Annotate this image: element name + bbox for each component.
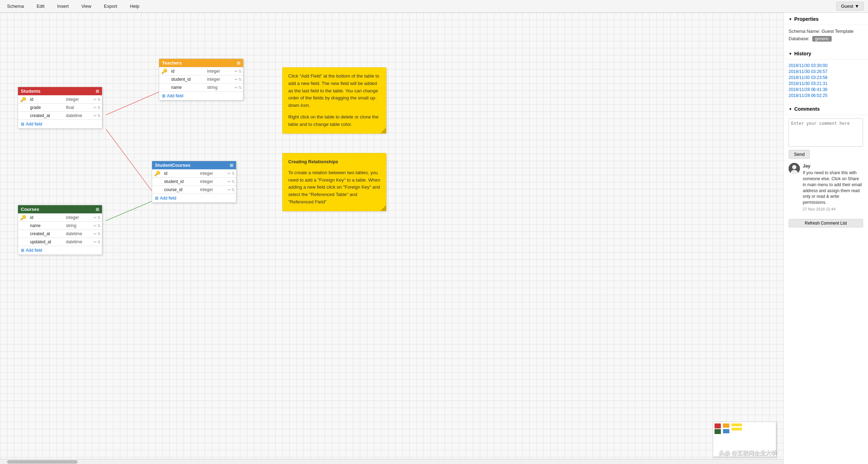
field-name: student_id	[162, 178, 198, 185]
schema-name-row: Schema Name: Guest Template	[789, 29, 863, 34]
history-link[interactable]: 2018/11/30 03:23:58	[789, 75, 863, 80]
field-type: integer	[64, 96, 92, 103]
studentcourses-header[interactable]: StudentCourses ⊞	[152, 161, 236, 169]
field-name: name	[169, 84, 205, 91]
svg-rect-3	[715, 423, 721, 428]
field-type: float	[64, 104, 92, 111]
edit-icon[interactable]: ✏	[228, 188, 231, 192]
studentcourses-body: 🔑 id integer ✏ ⇅ student_id integer ✏ ⇅	[152, 169, 236, 194]
properties-header[interactable]: ▼ Properties	[784, 13, 868, 25]
sort-icon[interactable]: ⇅	[231, 179, 235, 184]
key-icon: 🔑	[18, 215, 28, 220]
history-link[interactable]: 2018/11/30 03:21:31	[789, 81, 863, 86]
teachers-header[interactable]: Teachers ⊞	[159, 59, 243, 67]
field-name: grade	[28, 104, 64, 111]
field-type: datetime	[64, 238, 92, 246]
field-type: integer	[198, 170, 226, 177]
comments-header[interactable]: ▼ Comments	[784, 103, 868, 115]
add-field-icon: ⊞	[21, 122, 24, 127]
diagram-canvas[interactable]: Teachers ⊞ 🔑 id integer ✏ ⇅ student_id i…	[0, 13, 783, 464]
schema-name-value: Guest Template	[821, 29, 854, 34]
sort-icon[interactable]: ⇅	[97, 240, 101, 244]
menu-export[interactable]: Export	[101, 2, 120, 10]
edit-icon[interactable]: ✏	[94, 215, 97, 220]
studentcourses-add-field[interactable]: ⊞ Add field	[152, 194, 236, 202]
teachers-add-field[interactable]: ⊞ Add field	[159, 91, 243, 100]
edit-icon[interactable]: ✏	[94, 232, 97, 236]
table-row: grade float ✏ ⇅	[18, 103, 102, 111]
svg-line-1	[106, 129, 152, 191]
table-studentcourses: StudentCourses ⊞ 🔑 id integer ✏ ⇅ studen…	[152, 161, 236, 203]
database-row: Database: generic	[789, 36, 863, 42]
comment-body: Jay If you need to share this with someo…	[803, 163, 863, 212]
guest-button[interactable]: Guest ▼	[836, 2, 864, 11]
sort-icon[interactable]: ⇅	[97, 97, 101, 102]
minimap[interactable]	[713, 422, 776, 457]
sort-icon[interactable]: ⇅	[231, 171, 235, 176]
table-teachers: Teachers ⊞ 🔑 id integer ✏ ⇅ student_id i…	[159, 59, 243, 100]
students-header[interactable]: Students ⊞	[18, 87, 102, 95]
minimap-svg	[713, 422, 777, 457]
history-link[interactable]: 2018/11/30 03:26:57	[789, 69, 863, 74]
properties-chevron: ▼	[789, 17, 792, 21]
field-name: updated_at	[28, 238, 64, 246]
edit-icon[interactable]: ✏	[235, 85, 238, 90]
field-actions: ✏ ⇅	[92, 114, 102, 118]
table-row: course_id integer ✏ ⇅	[152, 185, 236, 194]
field-name: id	[162, 170, 198, 177]
sort-icon[interactable]: ⇅	[239, 85, 242, 90]
courses-header[interactable]: Courses ⊞	[18, 205, 102, 213]
scrollbar-thumb[interactable]	[7, 460, 78, 464]
field-name: id	[28, 96, 64, 103]
history-header[interactable]: ▼ History	[784, 47, 868, 60]
add-field-icon: ⊞	[155, 196, 158, 201]
students-add-field[interactable]: ⊞ Add field	[18, 120, 102, 128]
add-field-label: Add field	[167, 93, 183, 98]
students-body: 🔑 id integer ✏ ⇅ grade float ✏ ⇅	[18, 95, 102, 120]
sort-icon[interactable]: ⇅	[97, 232, 101, 236]
sort-icon[interactable]: ⇅	[97, 114, 101, 118]
history-link[interactable]: 2018/11/30 03:30:00	[789, 63, 863, 68]
field-name: name	[28, 222, 64, 230]
sort-icon[interactable]: ⇅	[97, 224, 101, 228]
sort-icon[interactable]: ⇅	[97, 215, 101, 220]
history-link[interactable]: 2018/11/28 06:02:25	[789, 93, 863, 98]
edit-icon[interactable]: ✏	[228, 171, 231, 176]
sort-icon[interactable]: ⇅	[231, 188, 235, 192]
field-actions: ✏ ⇅	[92, 240, 102, 244]
svg-rect-8	[731, 428, 742, 431]
edit-icon[interactable]: ✏	[94, 224, 97, 228]
sort-icon[interactable]: ⇅	[239, 69, 242, 74]
canvas-scrollbar[interactable]	[0, 459, 783, 464]
edit-icon[interactable]: ✏	[235, 77, 238, 82]
table-row: 🔑 id integer ✏ ⇅	[18, 95, 102, 103]
edit-icon[interactable]: ✏	[94, 97, 97, 102]
comment-time: 27 Nov 2018 22:44	[803, 207, 863, 212]
menu-schema[interactable]: Schema	[4, 2, 27, 10]
comments-section: ▼ Comments Send Jay If	[784, 103, 868, 231]
history-link[interactable]: 2018/11/28 06:41:36	[789, 87, 863, 92]
menu-insert[interactable]: Insert	[54, 2, 72, 10]
edit-icon[interactable]: ✏	[94, 105, 97, 110]
edit-icon[interactable]: ✏	[94, 240, 97, 244]
table-row: created_at datetime ✏ ⇅	[18, 230, 102, 238]
svg-rect-6	[723, 429, 729, 433]
edit-icon[interactable]: ✏	[235, 69, 238, 74]
courses-add-field[interactable]: ⊞ Add field	[18, 246, 102, 255]
table-row: created_at datetime ✏ ⇅	[18, 111, 102, 120]
menu-edit[interactable]: Edit	[34, 2, 47, 10]
properties-title: Properties	[794, 16, 819, 22]
send-button[interactable]: Send	[789, 150, 810, 159]
refresh-comments-button[interactable]: Refresh Comment List	[789, 219, 863, 227]
sort-icon[interactable]: ⇅	[97, 105, 101, 110]
menu-help[interactable]: Help	[127, 2, 142, 10]
sort-icon[interactable]: ⇅	[239, 77, 242, 82]
menu-view[interactable]: View	[79, 2, 94, 10]
properties-section: ▼ Properties Schema Name: Guest Template…	[784, 13, 868, 47]
edit-icon[interactable]: ✏	[94, 114, 97, 118]
field-name: created_at	[28, 112, 64, 120]
comment-input[interactable]	[789, 118, 863, 147]
field-name: student_id	[169, 75, 205, 83]
edit-icon[interactable]: ✏	[228, 179, 231, 184]
teachers-body: 🔑 id integer ✏ ⇅ student_id integer ✏ ⇅	[159, 67, 243, 91]
